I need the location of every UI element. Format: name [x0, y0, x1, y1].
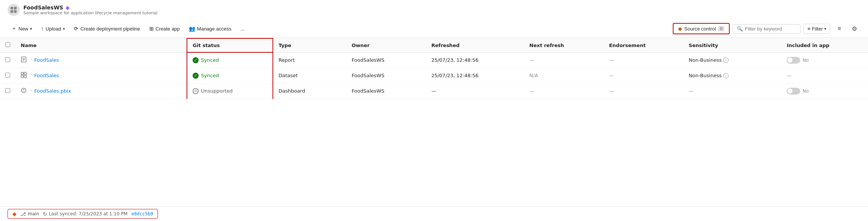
list-view-button[interactable]: ≡: [833, 23, 845, 35]
item-superscript: ˢ: [31, 73, 32, 78]
next-refresh-cell: N/A: [524, 68, 604, 83]
item-type-icon: [21, 87, 27, 95]
toggle-label: No: [802, 88, 808, 94]
row-checkbox[interactable]: [5, 57, 10, 62]
included-toggle[interactable]: No: [787, 88, 863, 94]
item-type-icon: [21, 72, 27, 79]
new-button[interactable]: ＋ New ▾: [8, 23, 36, 34]
sensitivity-cell: Non-Business i: [683, 68, 781, 83]
included-toggle[interactable]: No: [787, 57, 863, 64]
search-input[interactable]: [745, 26, 796, 32]
refreshed-cell: 25/07/23, 12:48:56: [426, 52, 524, 68]
sync-icon: ↻: [43, 211, 47, 217]
svg-rect-1: [14, 7, 17, 9]
svg-rect-11: [24, 75, 26, 78]
footer-branch: ⎇ main: [20, 211, 39, 217]
toolbar-right: ◆ Source control 0 🔍 ≡ Filter ▾ ≡ ⚙: [673, 23, 860, 35]
source-control-button[interactable]: ◆ Source control 0: [673, 23, 730, 34]
item-name-link[interactable]: FoodSales.pbix: [34, 88, 71, 94]
included-in-app-cell: —: [781, 68, 868, 83]
item-superscript: ˢ: [31, 58, 32, 62]
git-icon-footer: ◆: [12, 211, 17, 217]
search-input-wrapper: 🔍: [733, 24, 801, 34]
people-icon: 👥: [189, 26, 195, 32]
row-checkbox[interactable]: [5, 88, 10, 93]
row-checkbox-cell: [0, 52, 15, 68]
included-value: —: [787, 73, 791, 78]
plus-icon: ＋: [11, 25, 17, 32]
svg-rect-8: [21, 72, 23, 75]
svg-rect-9: [24, 72, 26, 75]
list-icon: ≡: [837, 25, 841, 32]
svg-rect-2: [11, 10, 13, 13]
settings-button[interactable]: ⚙: [848, 23, 860, 35]
diamond-icon: ◆: [66, 5, 70, 11]
create-app-button[interactable]: ⊞ Create app: [145, 24, 184, 34]
workspace-name: FoodSalesWS ◆: [23, 5, 158, 11]
chevron-down-icon: ▾: [824, 27, 826, 31]
name-cell: ˢ FoodSales: [15, 52, 187, 68]
info-icon[interactable]: i: [723, 73, 729, 78]
main-content: Name Git status Type Owner Refreshed Nex…: [0, 38, 868, 206]
sensitivity-header: Sensitivity: [683, 38, 781, 52]
footer: ◆ ⎇ main ↻ Last synced: 7/25/2023 at 1:1…: [0, 206, 868, 221]
next-refresh-cell: —: [524, 52, 604, 68]
row-checkbox[interactable]: [5, 73, 10, 78]
filter-icon: ≡: [808, 26, 811, 32]
manage-access-button[interactable]: 👥 Manage access: [185, 24, 235, 34]
app-icon: ⊞: [149, 26, 154, 32]
item-superscript: ˢ: [31, 89, 32, 93]
refreshed-cell: 25/07/23, 12:48:56: [426, 68, 524, 83]
unsupported-icon: ⊘: [193, 88, 199, 94]
owner-cell: FoodSalesWS: [346, 83, 426, 99]
item-name-link[interactable]: FoodSales: [34, 73, 59, 78]
commit-hash[interactable]: e8dcc5b9: [131, 211, 153, 216]
endorsement-header: Endorsement: [604, 38, 683, 52]
items-table: Name Git status Type Owner Refreshed Nex…: [0, 38, 868, 99]
status-synced: ✓ Synced: [193, 57, 267, 63]
workspace-text: FoodSalesWS ◆ Sample workspace for appli…: [23, 5, 158, 15]
table-row: ˢ FoodSales ✓ Synced Report FoodSalesWS …: [0, 52, 868, 68]
create-pipeline-button[interactable]: ⟳ Create deployment pipeline: [70, 24, 144, 34]
table-row: ˢ FoodSales.pbix ⊘ Unsupported Dashboard…: [0, 83, 868, 99]
source-control-badge: 0: [718, 26, 724, 31]
info-icon[interactable]: i: [723, 58, 729, 63]
refreshed-cell: —: [426, 83, 524, 99]
svg-rect-10: [21, 75, 23, 78]
owner-cell: FoodSalesWS: [346, 52, 426, 68]
row-checkbox-cell: [0, 68, 15, 83]
sensitivity-cell: —: [683, 83, 781, 99]
item-type-icon: [21, 56, 27, 64]
refreshed-header: Refreshed: [426, 38, 524, 52]
chevron-down-icon: ▾: [30, 27, 32, 31]
synced-dot: ✓: [193, 57, 199, 63]
toggle-thumb: [787, 88, 793, 94]
search-icon: 🔍: [737, 26, 743, 32]
toggle-track[interactable]: [787, 57, 800, 64]
synced-dot: ✓: [193, 73, 199, 79]
sensitivity-value: —: [689, 88, 693, 94]
name-cell: ˢ FoodSales.pbix: [15, 83, 187, 99]
toggle-track[interactable]: [787, 88, 800, 94]
sensitivity-value: Non-Business i: [689, 57, 776, 63]
pipeline-icon: ⟳: [74, 26, 78, 32]
more-button[interactable]: ...: [237, 24, 248, 34]
name-cell: ˢ FoodSales: [15, 68, 187, 83]
item-name-link[interactable]: FoodSales: [34, 57, 59, 63]
type-header: Type: [273, 38, 346, 52]
endorsement-cell: —: [604, 83, 683, 99]
status-unsupported: ⊘ Unsupported: [193, 88, 267, 94]
upload-button[interactable]: ↑ Upload ▾: [37, 24, 69, 34]
select-all-checkbox[interactable]: [5, 42, 10, 47]
workspace-description: Sample workspace for application lifecyc…: [23, 11, 158, 15]
filter-button[interactable]: ≡ Filter ▾: [804, 24, 830, 34]
chevron-down-icon: ▾: [63, 27, 65, 31]
source-control-icon: ◆: [678, 26, 682, 32]
toggle-thumb: [787, 58, 793, 63]
table-row: ˢ FoodSales ✓ Synced Dataset FoodSalesWS…: [0, 68, 868, 83]
svg-rect-0: [11, 7, 13, 9]
included-in-app-cell: No: [781, 83, 868, 99]
git-status-cell: ✓ Synced: [187, 68, 273, 83]
status-synced: ✓ Synced: [193, 73, 267, 79]
endorsement-cell: —: [604, 52, 683, 68]
